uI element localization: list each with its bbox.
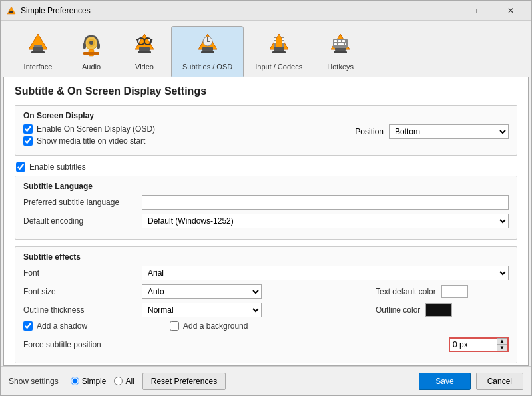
osd-section-title: On Screen Display [23, 111, 509, 120]
all-radio[interactable] [114, 377, 123, 385]
force-subtitle-position-label: Force subtitle position [23, 340, 136, 349]
svg-rect-12 [83, 43, 86, 49]
position-dropdown[interactable]: Bottom Top Left Right [389, 124, 509, 139]
svg-rect-24 [201, 51, 214, 53]
show-settings-label: Show settings [9, 377, 59, 386]
outline-color-swatch[interactable] [425, 303, 452, 317]
bottom-bar: Show settings Simple All Reset Preferenc… [1, 366, 531, 395]
add-background-checkbox[interactable] [170, 321, 179, 331]
interface-icon [23, 31, 53, 60]
action-buttons: Save Cancel [419, 373, 523, 390]
force-subtitle-position-row: Force subtitle position ▲ ▼ [23, 337, 509, 352]
default-encoding-dropdown[interactable]: Default (Windows-1252) UTF-8 ISO 8859-1 [142, 214, 509, 228]
reset-preferences-button[interactable]: Reset Preferences [142, 373, 226, 390]
add-background-row: Add a background [170, 321, 248, 331]
show-media-title-label: Show media title on video start [37, 136, 145, 146]
preferred-language-row: Preferred subtitle language [23, 195, 509, 210]
svg-point-28 [207, 41, 208, 42]
subtitle-effects-section: Subtitle effects Font Arial Tahoma Verda… [15, 246, 517, 363]
font-control: Arial Tahoma Verdana [142, 266, 509, 280]
svg-rect-35 [274, 41, 276, 43]
toolbar: Interface Audio [1, 21, 531, 77]
tab-interface[interactable]: Interface [11, 26, 65, 77]
svg-rect-34 [274, 38, 276, 40]
text-default-color-label: Text default color [376, 287, 436, 296]
default-encoding-control: Default (Windows-1252) UTF-8 ISO 8859-1 [142, 214, 509, 228]
tab-audio-label: Audio [82, 63, 101, 71]
outline-thickness-left: Outline thickness None Thin Normal Thick [23, 303, 365, 317]
font-size-left: Font size Auto 12 14 16 [23, 284, 365, 299]
outline-color-label: Outline color [376, 305, 420, 315]
title-bar-label: Simple Preferences [21, 6, 431, 15]
show-media-title-checkbox[interactable] [23, 136, 33, 146]
preferred-language-label: Preferred subtitle language [23, 198, 136, 207]
simple-radio[interactable] [71, 377, 79, 385]
outline-thickness-label: Outline thickness [23, 305, 136, 315]
spinner-down-button[interactable]: ▼ [497, 345, 507, 351]
svg-rect-31 [272, 51, 286, 53]
osd-position-group: Position Bottom Top Left Right [355, 124, 509, 139]
tab-audio[interactable]: Audio [65, 26, 118, 77]
enable-subtitles-row: Enable subtitles [16, 162, 517, 172]
font-dropdown[interactable]: Arial Tahoma Verdana [142, 266, 509, 280]
tab-subtitles[interactable]: Subtitles / OSD [171, 26, 244, 77]
text-color-right: Text default color [376, 285, 509, 298]
tab-interface-label: Interface [24, 63, 53, 71]
content-area: Subtitle & On Screen Display Settings On… [3, 77, 529, 366]
window-controls: – □ ✕ [431, 1, 526, 20]
svg-rect-5 [34, 45, 42, 47]
close-button[interactable]: ✕ [495, 1, 526, 20]
audio-icon [77, 31, 106, 60]
tab-input-label: Input / Codecs [255, 63, 302, 71]
maximize-button[interactable]: □ [463, 1, 494, 20]
all-radio-text: All [125, 377, 134, 386]
text-color-swatch[interactable] [441, 285, 468, 298]
subtitle-language-section: Subtitle Language Preferred subtitle lan… [15, 176, 517, 240]
subtitles-icon [193, 31, 222, 60]
outline-thickness-row: Outline thickness None Thin Normal Thick… [23, 303, 509, 317]
spinner-buttons: ▲ ▼ [497, 338, 507, 351]
add-background-label: Add a background [183, 321, 248, 331]
minimize-button[interactable]: – [431, 1, 462, 20]
svg-rect-36 [282, 38, 284, 40]
position-label: Position [355, 127, 384, 136]
outline-color-right: Outline color [376, 303, 509, 317]
svg-rect-30 [274, 47, 284, 51]
osd-section: On Screen Display Enable On Screen Displ… [15, 105, 517, 156]
font-label: Font [23, 268, 136, 278]
svg-rect-11 [83, 52, 99, 55]
svg-rect-6 [31, 51, 45, 53]
font-size-label: Font size [23, 287, 136, 296]
page-title: Subtitle & On Screen Display Settings [15, 85, 517, 97]
svg-rect-23 [202, 47, 213, 51]
preferred-language-control [142, 195, 509, 210]
simple-radio-text: Simple [82, 377, 107, 386]
tab-video[interactable]: Video [118, 26, 171, 77]
enable-subtitles-checkbox[interactable] [16, 162, 25, 172]
font-size-dropdown[interactable]: Auto 12 14 16 [142, 284, 262, 299]
svg-rect-45 [334, 43, 337, 45]
add-shadow-checkbox[interactable] [23, 321, 33, 331]
input-icon [264, 31, 294, 60]
font-row: Font Arial Tahoma Verdana [23, 266, 509, 280]
subtitle-language-title: Subtitle Language [23, 182, 509, 191]
force-subtitle-position-wrapper: ▲ ▼ [449, 337, 509, 352]
preferred-language-input[interactable] [142, 195, 509, 210]
outline-thickness-dropdown[interactable]: None Thin Normal Thick [142, 303, 262, 317]
spinner-up-button[interactable]: ▲ [497, 338, 507, 345]
cancel-button[interactable]: Cancel [476, 373, 523, 390]
tab-video-label: Video [135, 63, 154, 71]
default-encoding-label: Default encoding [23, 216, 136, 226]
tab-hotkeys[interactable]: Hotkeys [314, 26, 367, 77]
svg-line-21 [151, 39, 152, 40]
all-radio-label[interactable]: All [114, 377, 134, 386]
save-button[interactable]: Save [419, 373, 470, 390]
svg-rect-46 [338, 43, 344, 45]
hotkeys-icon [326, 31, 355, 60]
simple-radio-label[interactable]: Simple [71, 377, 107, 386]
enable-osd-label: Enable On Screen Display (OSD) [37, 124, 155, 134]
svg-rect-1 [9, 11, 13, 13]
enable-osd-checkbox[interactable] [23, 124, 33, 134]
tab-input[interactable]: Input / Codecs [244, 26, 314, 77]
enable-subtitles-label: Enable subtitles [29, 162, 86, 172]
